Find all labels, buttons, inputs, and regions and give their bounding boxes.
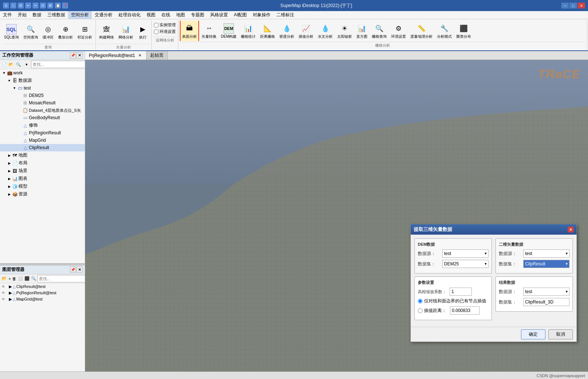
- radio2-input[interactable]: [418, 308, 423, 313]
- ws-open-btn[interactable]: 📂: [8, 61, 14, 68]
- ribbon-btn-overlay[interactable]: ⊕ 叠加分析: [56, 21, 75, 43]
- layer-search-input[interactable]: [39, 276, 85, 281]
- ribbon-btn-dem-build[interactable]: DEM DEM构建: [219, 21, 238, 41]
- dem-dataset-select[interactable]: DEM25: [442, 260, 488, 268]
- result-source-select[interactable]: test: [523, 288, 569, 296]
- ribbon-btn-density[interactable]: 💧 密度分析: [278, 21, 296, 41]
- menu-3ddata[interactable]: 三维数据: [44, 11, 68, 19]
- tree-item-test[interactable]: ▼ 🗃 test: [0, 84, 85, 92]
- menu-thematic[interactable]: 专题图: [188, 11, 207, 19]
- layer-eye-2[interactable]: 👁: [1, 291, 5, 295]
- expand-models[interactable]: ▶: [7, 185, 12, 188]
- window-controls[interactable]: ─ □ ✕: [561, 3, 585, 9]
- ws-new-btn[interactable]: 📄: [1, 61, 7, 68]
- tree-item-clipresult[interactable]: △ ClipResult: [0, 144, 85, 151]
- menu-view[interactable]: 视图: [144, 11, 158, 19]
- maximize-button[interactable]: □: [569, 3, 577, 9]
- ribbon-btn-hydrology[interactable]: 💧 水文分析: [316, 21, 335, 41]
- interp-distance-input[interactable]: [450, 306, 480, 315]
- layer-eye-3[interactable]: 👁: [1, 297, 5, 301]
- env-settings-checkbox[interactable]: 环境设置: [154, 29, 176, 34]
- instance-management-checkbox[interactable]: 实例管理: [154, 22, 176, 28]
- ribbon-btn-analysis-mode[interactable]: 🔧 分析模式: [435, 21, 454, 41]
- menu-file[interactable]: 文件: [0, 11, 15, 19]
- dem-source-select[interactable]: test: [442, 249, 488, 258]
- ribbon-btn-raster-query[interactable]: 🔍 栅格查询: [370, 21, 389, 41]
- ribbon-btn-build-network[interactable]: 🕸 构建网络: [97, 21, 116, 43]
- map-view[interactable]: TRaCE 提取三维矢量数据 ✕: [85, 60, 588, 372]
- tree-item-resources[interactable]: ▶ 📦 资源: [0, 190, 85, 198]
- tab-start[interactable]: 起始页: [147, 51, 168, 60]
- expand-scenes[interactable]: ▶: [7, 169, 12, 173]
- menu-2d-label[interactable]: 二维标注: [273, 11, 297, 19]
- menu-start[interactable]: 开始: [15, 11, 30, 19]
- radio1-label[interactable]: 仅对线和面边界的已有节点插值: [418, 298, 486, 304]
- menu-object-ops[interactable]: 对象操作: [250, 11, 273, 19]
- tree-item-scenes[interactable]: ▶ 🖼 场景: [0, 167, 85, 175]
- ribbon-btn-raster-stats[interactable]: 📊 栅格统计: [239, 21, 258, 41]
- ribbon-btn-histogram[interactable]: 📊 直方图: [355, 21, 369, 41]
- tree-item-work[interactable]: ▼ 💼 work: [0, 69, 85, 77]
- tree-item-mosaic[interactable]: ⊞ MosaicResult: [0, 99, 85, 107]
- title-bar-icons[interactable]: S □ ⊟ ↩ ↪ ⊡ ⊞ 📋 ❓: [3, 3, 68, 9]
- layer-close-btn[interactable]: ✕: [77, 266, 83, 272]
- quick-access-7[interactable]: 📋: [55, 3, 61, 9]
- scale-input[interactable]: [450, 288, 472, 296]
- tree-item-layouts[interactable]: ▶ 📄 布局: [0, 159, 85, 167]
- menu-spatial-analysis[interactable]: 空间分析: [68, 11, 92, 19]
- expand-symbols[interactable]: ▶: [7, 177, 12, 181]
- radio1-input[interactable]: [418, 299, 423, 303]
- tree-item-prjregion[interactable]: △ PrjRegionResult: [0, 129, 85, 137]
- menu-online[interactable]: 在线: [158, 11, 173, 19]
- cancel-button[interactable]: 取消: [548, 329, 573, 339]
- workspace-close-btn[interactable]: ✕: [77, 53, 83, 58]
- workspace-title-actions[interactable]: 📌 ✕: [70, 53, 83, 58]
- tree-item-maps[interactable]: ▶ 🗺 地图: [0, 151, 85, 159]
- ribbon-btn-proximity[interactable]: ⊞ 邻近分析: [75, 21, 94, 43]
- layer-item-mapgrid[interactable]: 👁 ▶ △ MapGrid@test: [0, 296, 85, 302]
- layer-pin-btn[interactable]: 📌: [70, 266, 76, 272]
- layer-expand-3[interactable]: ▶: [9, 297, 12, 302]
- ribbon-btn-cluster[interactable]: ⬛ 聚类分布: [454, 21, 473, 41]
- tree-item-geobody[interactable]: ▭ GeoBodyResult: [0, 114, 85, 121]
- quick-access-8[interactable]: ❓: [62, 3, 68, 9]
- menu-traffic[interactable]: 交通分析: [92, 11, 115, 19]
- layer-delete-btn[interactable]: 🗑: [12, 275, 17, 282]
- quick-access-5[interactable]: ⊡: [40, 3, 46, 9]
- ribbon-btn-sql[interactable]: SQL SQL查询: [2, 21, 21, 43]
- ribbon-btn-measure-geo[interactable]: 📏 度量地理分析: [409, 21, 434, 41]
- extract-3d-dialog[interactable]: 提取三维矢量数据 ✕ DEM数据 数据源：: [410, 224, 577, 342]
- workspace-search-input[interactable]: [33, 62, 84, 67]
- layer-move-down-btn[interactable]: ⬛: [24, 275, 30, 282]
- expand-resources[interactable]: ▶: [7, 192, 12, 196]
- dialog-close-btn[interactable]: ✕: [568, 227, 574, 232]
- menu-map[interactable]: 地图: [173, 11, 188, 19]
- menu-automation[interactable]: 处理自动化: [115, 11, 144, 19]
- radio2-label[interactable]: 插值距离：: [418, 308, 446, 314]
- layer-expand-2[interactable]: ▶: [9, 291, 12, 295]
- expand-datasources[interactable]: ▼: [7, 79, 12, 83]
- layer-item-clipresult[interactable]: 👁 ▶ △ ClipResult@test: [0, 284, 85, 290]
- tree-item-models[interactable]: ▶ 🧊 模型: [0, 182, 85, 190]
- tree-item-dataset4[interactable]: 📋 Dataset_4层地质体点位_S矢: [0, 107, 85, 114]
- layer-expand-1[interactable]: ▶: [9, 284, 12, 289]
- ribbon-btn-surface-analysis[interactable]: 🏔 表面分析: [180, 21, 199, 41]
- quick-access-6[interactable]: ⊞: [47, 3, 53, 9]
- expand-test[interactable]: ▼: [12, 86, 17, 90]
- quick-access-4[interactable]: ↪: [33, 3, 38, 9]
- env-checkbox-input[interactable]: [154, 30, 158, 34]
- result-dataset-input[interactable]: [523, 298, 569, 306]
- menu-data[interactable]: 数据: [30, 11, 44, 19]
- ribbon-btn-spatial-query[interactable]: 🔍 空间查询: [21, 21, 40, 43]
- quick-access-1[interactable]: □: [10, 3, 16, 9]
- quick-access-3[interactable]: ↩: [25, 3, 31, 9]
- menu-ai[interactable]: AI配图: [231, 11, 250, 19]
- tab-close-prjregion[interactable]: ✕: [137, 53, 142, 58]
- expand-layouts[interactable]: ▶: [7, 161, 12, 165]
- tree-item-datasources[interactable]: ▼ 🗄 数据源: [0, 77, 85, 84]
- workspace-search-box[interactable]: [31, 61, 85, 68]
- layer-search-box[interactable]: [37, 275, 85, 282]
- tree-item-symbols[interactable]: ▶ 📊 图表: [0, 175, 85, 182]
- vec-dataset-select[interactable]: ClipResult: [523, 260, 569, 268]
- expand-maps[interactable]: ▶: [7, 154, 12, 157]
